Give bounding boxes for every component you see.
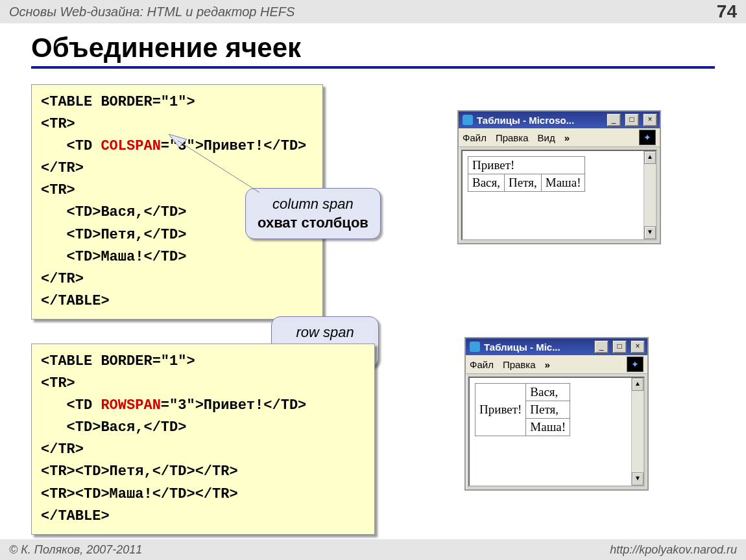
scroll-down-icon[interactable]: ▼ bbox=[644, 226, 656, 239]
table-cell: Маша! bbox=[526, 419, 570, 436]
vertical-scrollbar[interactable]: ▲ ▼ bbox=[644, 151, 656, 239]
close-button[interactable]: × bbox=[631, 340, 645, 353]
table-cell: Привет! bbox=[468, 157, 585, 174]
scroll-up-icon[interactable]: ▲ bbox=[632, 378, 644, 391]
browser-preview-rowspan: Таблицы - Mic... _ □ × Файл Правка » ✦ П… bbox=[464, 337, 649, 491]
footer-copyright: © К. Поляков, 2007-2011 bbox=[9, 543, 142, 557]
ie-icon bbox=[463, 115, 473, 125]
table-cell: Петя, bbox=[526, 401, 570, 419]
slide-header: Основы Web-дизайна: HTML и редактор HEFS… bbox=[0, 0, 746, 23]
browser-viewport: Привет! Вася, Петя, Маша! ▲ ▼ bbox=[468, 377, 645, 487]
course-title: Основы Web-дизайна: HTML и редактор HEFS bbox=[9, 5, 295, 19]
table-cell: Вася, bbox=[468, 174, 505, 192]
menu-overflow[interactable]: » bbox=[545, 359, 550, 370]
table-cell: Маша! bbox=[541, 174, 585, 192]
window-titlebar: Таблицы - Mic... _ □ × bbox=[466, 338, 647, 355]
table-cell: Привет! bbox=[475, 384, 526, 436]
menu-overflow[interactable]: » bbox=[564, 132, 570, 143]
demo-table-colspan: Привет! Вася, Петя, Маша! bbox=[468, 156, 585, 192]
maximize-button[interactable]: □ bbox=[612, 340, 627, 353]
table-cell: Петя, bbox=[505, 174, 542, 192]
menu-file[interactable]: Файл bbox=[470, 359, 494, 370]
callout-en: row span bbox=[283, 323, 367, 342]
window-title: Таблицы - Microso... bbox=[477, 115, 603, 126]
footer-url: http://kpolyakov.narod.ru bbox=[610, 543, 737, 557]
minimize-button[interactable]: _ bbox=[594, 340, 608, 353]
callout-ru: охват столбцов bbox=[258, 214, 368, 233]
callout-colspan: column span охват столбцов bbox=[245, 188, 381, 239]
browser-viewport: Привет! Вася, Петя, Маша! ▲ ▼ bbox=[461, 150, 657, 240]
ie-icon bbox=[470, 342, 480, 352]
slide-title: Объединение ячеек bbox=[31, 32, 715, 69]
menu-view[interactable]: Вид bbox=[538, 132, 555, 143]
scroll-down-icon[interactable]: ▼ bbox=[632, 472, 644, 485]
slide-footer: © К. Поляков, 2007-2011 http://kpolyakov… bbox=[0, 539, 746, 560]
maximize-button[interactable]: □ bbox=[625, 113, 639, 126]
menubar: Файл Правка Вид » ✦ bbox=[459, 128, 660, 147]
callout-en: column span bbox=[258, 195, 368, 214]
browser-preview-colspan: Таблицы - Microso... _ □ × Файл Правка В… bbox=[457, 110, 661, 244]
close-button[interactable]: × bbox=[643, 113, 657, 126]
window-titlebar: Таблицы - Microso... _ □ × bbox=[459, 111, 660, 128]
browser-throbber-icon: ✦ bbox=[639, 130, 656, 145]
menubar: Файл Правка » ✦ bbox=[466, 355, 647, 374]
menu-edit[interactable]: Правка bbox=[496, 132, 529, 143]
table-cell: Вася, bbox=[526, 384, 570, 401]
scroll-up-icon[interactable]: ▲ bbox=[644, 151, 656, 164]
vertical-scrollbar[interactable]: ▲ ▼ bbox=[631, 378, 644, 485]
menu-file[interactable]: Файл bbox=[463, 132, 487, 143]
browser-throbber-icon: ✦ bbox=[627, 356, 644, 372]
demo-table-rowspan: Привет! Вася, Петя, Маша! bbox=[475, 383, 570, 436]
minimize-button[interactable]: _ bbox=[607, 113, 621, 126]
code-block-rowspan: <TABLE BORDER="1"> <TR> <TD ROWSPAN="3">… bbox=[31, 344, 375, 535]
page-number: 74 bbox=[717, 1, 737, 22]
menu-edit[interactable]: Правка bbox=[503, 359, 536, 370]
window-title: Таблицы - Mic... bbox=[484, 342, 590, 353]
